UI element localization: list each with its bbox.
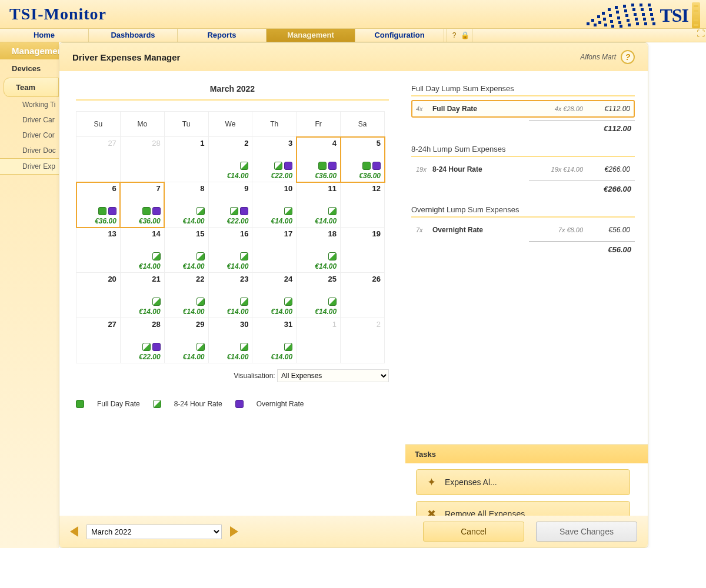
day-number: 6 bbox=[78, 184, 116, 193]
legend-part-icon bbox=[153, 400, 161, 408]
cancel-button[interactable]: Cancel bbox=[423, 522, 524, 542]
logo-text: TSI bbox=[660, 5, 688, 26]
calendar-day[interactable]: 24€14.00 bbox=[252, 273, 297, 318]
expense-row[interactable]: 7xOvernight Rate7x €8.00€56.00 bbox=[411, 221, 635, 239]
day-number: 29 bbox=[166, 320, 205, 329]
expense-row[interactable]: 19x8-24 Hour Rate19x €14.00€266.00 bbox=[411, 161, 635, 178]
calendar-day[interactable]: 12 bbox=[341, 182, 385, 228]
calendar-day[interactable]: 29€14.00 bbox=[164, 318, 208, 363]
calendar-day[interactable]: 22€14.00 bbox=[164, 273, 208, 318]
calendar-day[interactable]: 9€22.00 bbox=[208, 182, 252, 228]
calendar-day[interactable]: 31€14.00 bbox=[252, 318, 297, 363]
calendar-day[interactable]: 1 bbox=[164, 137, 208, 182]
night-mark-icon bbox=[152, 343, 161, 351]
weekday-header: Sa bbox=[341, 112, 385, 137]
day-number: 27 bbox=[78, 320, 116, 329]
calendar-day[interactable]: 25€14.00 bbox=[297, 273, 341, 318]
calendar-day[interactable]: 2 bbox=[341, 318, 385, 363]
calendar-day[interactable]: 3€22.00 bbox=[252, 137, 297, 182]
part-mark-icon bbox=[328, 207, 337, 215]
topnav-reports[interactable]: Reports bbox=[178, 29, 267, 42]
save-button[interactable]: Save Changes bbox=[536, 522, 637, 542]
expense-total: €56.00 bbox=[583, 226, 630, 234]
calendar-day[interactable]: 7€36.00 bbox=[120, 182, 164, 228]
top-nav: HomeDashboardsReportsManagementConfigura… bbox=[0, 29, 706, 42]
calendar-day[interactable]: 20 bbox=[76, 273, 121, 318]
night-mark-icon bbox=[240, 207, 248, 215]
prev-month-arrow[interactable] bbox=[70, 526, 78, 537]
sidebar-subitem[interactable]: Driver Doc bbox=[0, 143, 59, 158]
help-small-icon[interactable]: ? bbox=[449, 31, 459, 40]
day-amount: €22.00 bbox=[139, 353, 161, 361]
calendar-day[interactable]: 27 bbox=[76, 318, 121, 363]
calendar-day[interactable]: 28 bbox=[120, 137, 164, 182]
day-number: 20 bbox=[78, 275, 116, 283]
lock-icon[interactable]: 🔒 bbox=[460, 31, 469, 40]
calendar-day[interactable]: 4€36.00 bbox=[297, 137, 341, 182]
part-mark-icon bbox=[284, 207, 292, 215]
calendar-day[interactable]: 14€14.00 bbox=[120, 228, 164, 273]
sidebar-subitem[interactable]: Driver Cor bbox=[0, 128, 59, 143]
calendar-day[interactable]: 23€14.00 bbox=[208, 273, 252, 318]
app-header: TSI-Monitor TSI bbox=[0, 0, 706, 29]
footer-bar: March 2022 Cancel Save Changes bbox=[59, 516, 648, 547]
legend-night-label: Overnight Rate bbox=[257, 400, 304, 408]
day-number: 10 bbox=[254, 184, 292, 193]
visualisation-select[interactable]: All Expenses bbox=[277, 369, 389, 382]
calendar-day[interactable]: 11€14.00 bbox=[297, 182, 341, 228]
part-mark-icon bbox=[152, 252, 161, 260]
task-label: Expenses Al... bbox=[445, 477, 497, 487]
fullscreen-icon[interactable]: ⛶ bbox=[695, 29, 706, 39]
calendar-day[interactable]: 26 bbox=[341, 273, 385, 318]
calendar-day[interactable]: 8€14.00 bbox=[164, 182, 208, 228]
night-mark-icon bbox=[372, 162, 381, 170]
calendar-day[interactable]: 19 bbox=[341, 228, 385, 273]
sidebar-item-devices[interactable]: Devices bbox=[0, 59, 59, 78]
day-number: 17 bbox=[254, 229, 292, 238]
day-number: 26 bbox=[342, 275, 381, 283]
day-number: 21 bbox=[122, 275, 161, 283]
calendar-day[interactable]: 2€14.00 bbox=[208, 137, 252, 182]
calendar-day[interactable]: 15€14.00 bbox=[164, 228, 208, 273]
part-mark-icon bbox=[197, 207, 205, 215]
app-title: TSI-Monitor bbox=[9, 5, 106, 24]
logo-dots-graphic bbox=[581, 4, 657, 27]
calendar-day[interactable]: 5€36.00 bbox=[341, 137, 385, 182]
day-number: 24 bbox=[254, 275, 292, 283]
summary-section-title: Full Day Lump Sum Expenses bbox=[411, 84, 635, 96]
app-logo: TSI bbox=[581, 2, 700, 28]
calendar-day[interactable]: 13 bbox=[76, 228, 121, 273]
sidebar-subitem[interactable]: Driver Exp bbox=[0, 158, 59, 175]
day-amount: €14.00 bbox=[183, 308, 205, 316]
expense-row[interactable]: 4xFull Day Rate4x €28.00€112.00 bbox=[411, 100, 635, 118]
calendar-day[interactable]: 21€14.00 bbox=[120, 273, 164, 318]
calendar-day[interactable]: 27 bbox=[76, 137, 121, 182]
weekday-header: Su bbox=[76, 112, 121, 137]
expense-total: €112.00 bbox=[583, 105, 630, 113]
sidebar-subitem[interactable]: Working Ti bbox=[0, 97, 59, 112]
next-month-arrow[interactable] bbox=[230, 526, 238, 537]
topnav-dashboards[interactable]: Dashboards bbox=[89, 29, 178, 42]
sidebar-item-team[interactable]: Team bbox=[4, 78, 59, 97]
expense-count: 19x bbox=[416, 166, 432, 173]
help-icon[interactable]: ? bbox=[621, 50, 635, 64]
topnav-configuration[interactable]: Configuration bbox=[355, 29, 444, 42]
calendar-day[interactable]: 16€14.00 bbox=[208, 228, 252, 273]
day-number: 1 bbox=[298, 320, 337, 329]
legend-part-label: 8-24 Hour Rate bbox=[174, 400, 222, 408]
panel-header: Driver Expenses Manager Alfons Mart ? bbox=[59, 43, 648, 71]
task-card[interactable]: ✦Expenses Al... bbox=[416, 469, 630, 495]
topnav-home[interactable]: Home bbox=[0, 29, 89, 42]
day-amount: €14.00 bbox=[271, 217, 293, 225]
month-select[interactable]: March 2022 bbox=[86, 524, 222, 539]
calendar-day[interactable]: 1 bbox=[297, 318, 341, 363]
part-mark-icon bbox=[152, 298, 161, 306]
calendar-day[interactable]: 6€36.00 bbox=[76, 182, 121, 228]
calendar-day[interactable]: 30€14.00 bbox=[208, 318, 252, 363]
calendar-day[interactable]: 18€14.00 bbox=[297, 228, 341, 273]
calendar-day[interactable]: 10€14.00 bbox=[252, 182, 297, 228]
sidebar-subitem[interactable]: Driver Car bbox=[0, 112, 59, 128]
calendar-day[interactable]: 28€22.00 bbox=[120, 318, 164, 363]
calendar-day[interactable]: 17 bbox=[252, 228, 297, 273]
topnav-management[interactable]: Management bbox=[267, 29, 355, 42]
